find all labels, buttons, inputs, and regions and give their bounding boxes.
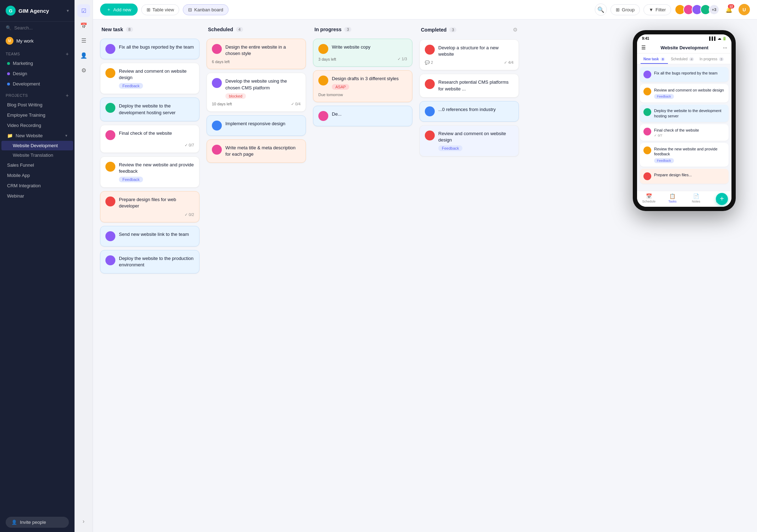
checklist-meta: ✓ 1/3 — [397, 57, 407, 61]
group-button[interactable]: ⊞ Group — [610, 4, 640, 15]
sidebar-item-mywork[interactable]: M My work — [0, 34, 75, 48]
checklist-meta: ✓ 0/2 — [185, 212, 194, 217]
icon-bar-person[interactable]: 👤 — [77, 49, 90, 62]
sidebar-item-marketing[interactable]: Marketing — [1, 58, 73, 68]
task-card[interactable]: ...0 references from industry — [419, 101, 519, 122]
toolbar-left: ＋ Add new ⊞ Table view ⊟ Kanban board — [100, 4, 229, 16]
kanban-icon: ⊟ — [188, 7, 192, 12]
card-avatar — [212, 145, 222, 155]
task-card[interactable]: Fix all the bugs reported by the team — [100, 39, 199, 59]
column-header-new-task: New task 8 — [100, 27, 199, 35]
task-card[interactable]: De... — [313, 106, 412, 126]
card-title: ...0 references from industry — [438, 106, 496, 113]
phone-nav-tasks[interactable]: 📋 Tasks — [661, 193, 685, 203]
settings-icon[interactable]: ⚙ — [513, 27, 517, 33]
phone-fab-button[interactable]: + — [716, 193, 728, 205]
user-avatar-main[interactable]: U — [739, 4, 750, 15]
more-icon[interactable]: ··· — [723, 45, 727, 50]
column-count: 8 — [126, 27, 133, 32]
icon-bar-list[interactable]: ☰ — [77, 34, 90, 47]
icon-bar-settings[interactable]: ⚙ — [77, 64, 90, 77]
sidebar-item-website-trans[interactable]: Website Translation — [1, 150, 73, 160]
task-card[interactable]: Prepare design files for web developer ✓… — [100, 191, 199, 222]
add-team-icon[interactable]: + — [66, 51, 69, 57]
tasks-icon: 📋 — [669, 193, 675, 199]
phone-cards: Fix all the bugs reported by the team Re… — [637, 64, 731, 187]
column-new-task: New task 8 Fix all the bugs reported by … — [100, 27, 199, 525]
column-count: 3 — [344, 27, 351, 32]
icon-bar-calendar[interactable]: 📅 — [77, 19, 90, 32]
column-header-in-progress: In progress 3 — [313, 27, 412, 35]
task-card[interactable]: Research potential CMS platforms for web… — [419, 74, 519, 97]
task-card[interactable]: Design drafts in 3 different styles ASAP… — [313, 70, 412, 102]
phone-card-title: Fix all the bugs reported by the team — [654, 71, 718, 76]
teams-label: Teams — [6, 52, 20, 56]
search-input[interactable]: 🔍 Search... — [0, 22, 75, 34]
icon-bar-expand[interactable]: › — [77, 515, 90, 528]
card-title: Deploy the website to the production env… — [119, 255, 194, 268]
sidebar-item-sales[interactable]: Sales Funnel — [1, 160, 73, 170]
task-card[interactable]: Implement responsive design — [207, 115, 306, 136]
phone-task-card[interactable]: Prepare design files... — [640, 169, 729, 184]
invite-people-button[interactable]: 👤 Invite people — [6, 517, 69, 528]
task-card[interactable]: Send new website link to the team — [100, 226, 199, 246]
icon-bar: ☑ 📅 ☰ 👤 ⚙ › — [75, 0, 93, 532]
add-project-icon[interactable]: + — [66, 93, 69, 98]
phone-nav-schedule[interactable]: 📅 Schedule — [637, 193, 661, 203]
sidebar-item-website-dev[interactable]: Website Development — [1, 141, 73, 150]
column-scheduled: Scheduled 4 Design the entire website in… — [207, 27, 306, 525]
icon-bar-checkbox[interactable]: ☑ — [77, 4, 90, 17]
sidebar-item-video[interactable]: Video Recording — [1, 120, 73, 131]
task-card[interactable]: Final check of the website ✓ 0/7 — [100, 125, 199, 153]
task-card[interactable]: Review the new website and provide feedb… — [100, 156, 199, 188]
search-button[interactable]: 🔍 — [595, 4, 607, 16]
card-avatar — [425, 131, 435, 140]
kanban-board-button[interactable]: ⊟ Kanban board — [183, 4, 229, 15]
table-view-button[interactable]: ⊞ Table view — [141, 4, 180, 15]
phone-card-title: Review and comment on website design — [654, 88, 724, 93]
phone-task-card[interactable]: Review and comment on website design Fee… — [640, 84, 729, 102]
task-card[interactable]: Deploy the website to the development ho… — [100, 98, 199, 121]
card-avatar — [105, 44, 115, 54]
logo-icon: G — [6, 6, 16, 16]
sidebar-item-employee[interactable]: Employee Training — [1, 110, 73, 120]
task-card[interactable]: Develop the website using the chosen CMS… — [207, 73, 306, 111]
phone-task-card[interactable]: Deploy the website to the development ho… — [640, 105, 729, 122]
phone-tab-scheduled[interactable]: Scheduled 4 — [668, 56, 697, 64]
phone-task-card[interactable]: Fix all the bugs reported by the team — [640, 67, 729, 82]
phone-nav-notes[interactable]: 📄 Notes — [684, 193, 708, 203]
phone-tab-inprogress[interactable]: In progress 3 — [697, 56, 726, 64]
task-card[interactable]: Review and comment on website design Fee… — [100, 63, 199, 94]
card-title: Design drafts in 3 different styles — [332, 76, 399, 82]
task-card[interactable]: Review and comment on website design Fee… — [419, 125, 519, 156]
sidebar-item-webinar[interactable]: Webinar — [1, 191, 73, 201]
toolbar-right: 🔍 ⊞ Group ▼ Filter +3 🔔 12 U — [595, 4, 750, 16]
app-logo[interactable]: G GIM Agency ▾ — [0, 0, 75, 22]
project-label: Employee Training — [7, 112, 45, 118]
task-card[interactable]: Design the entire website in a chosen st… — [207, 39, 306, 69]
column-title: Scheduled 4 — [208, 27, 243, 32]
card-title: Review the new website and provide feedb… — [119, 162, 194, 174]
sidebar-item-design[interactable]: Design — [1, 68, 73, 79]
sidebar-item-crm[interactable]: CRM Integration — [1, 181, 73, 191]
column-header-scheduled: Scheduled 4 — [207, 27, 306, 35]
phone-tab-newtask[interactable]: New task 8 — [641, 56, 668, 64]
add-new-button[interactable]: ＋ Add new — [100, 4, 138, 16]
sidebar: G GIM Agency ▾ 🔍 Search... M My work Tea… — [0, 0, 75, 532]
invite-icon: 👤 — [11, 520, 17, 525]
column-title: New task 8 — [102, 27, 133, 32]
filter-button[interactable]: ▼ Filter — [643, 4, 671, 15]
sidebar-item-development[interactable]: Development — [1, 79, 73, 89]
team-avatars[interactable]: +3 — [675, 4, 719, 15]
phone-task-card[interactable]: Review the new website and provide feedb… — [640, 143, 729, 167]
task-card[interactable]: Deploy the website to the production env… — [100, 250, 199, 273]
phone-task-card[interactable]: Final check of the website ✓ 0/7 — [640, 124, 729, 141]
sidebar-item-blog-post[interactable]: Blog Post Writing — [1, 100, 73, 110]
notifications-button[interactable]: 🔔 12 — [723, 4, 735, 16]
task-card[interactable]: Write website copy 3 days left ✓ 1/3 — [313, 39, 412, 67]
task-card[interactable]: Develop a structure for a new website 💬 … — [419, 39, 519, 70]
sidebar-item-new-website[interactable]: 📁 New Website ▾ — [1, 131, 73, 141]
menu-icon[interactable]: ☰ — [641, 45, 646, 50]
sidebar-item-mobile[interactable]: Mobile App — [1, 170, 73, 181]
task-card[interactable]: Write meta title & meta description for … — [207, 139, 306, 163]
